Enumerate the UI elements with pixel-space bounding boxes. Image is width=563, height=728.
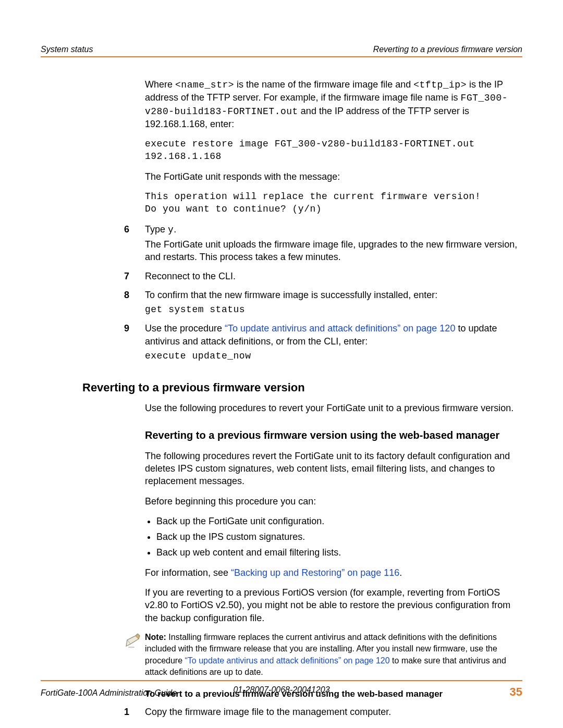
footer: FortiGate-100A Administration Guide 01-2… xyxy=(41,680,522,699)
step-1: 1 Copy the firmware image file to the ma… xyxy=(145,706,522,720)
step-8: 8 To confirm that the new firmware image… xyxy=(145,289,522,318)
heading-revert: Reverting to a previous firmware version xyxy=(82,381,522,394)
note-text: Note: Installing firmware replaces the c… xyxy=(145,632,522,678)
footer-guide-title: FortiGate-100A Administration Guide xyxy=(41,688,177,698)
footer-page-number: 35 xyxy=(510,685,522,699)
bullet-item: Back up web content and email filtering … xyxy=(156,546,522,559)
step-6-line: Type y. xyxy=(145,223,522,236)
bullet-item: Back up the FortiGate unit configuration… xyxy=(156,515,522,527)
link-update-av[interactable]: “To update antivirus and attack definiti… xyxy=(225,323,455,334)
body-column: Where <name_str> is the name of the firm… xyxy=(145,78,522,364)
step-9: 9 Use the procedure “To update antivirus… xyxy=(145,322,522,364)
code-tftp-ip: <tftp_ip> xyxy=(413,80,467,90)
step-1-text: Copy the firmware image file to the mana… xyxy=(145,706,522,718)
page: System status Reverting to a previous fi… xyxy=(0,0,563,728)
step-7-text: Reconnect to the CLI. xyxy=(145,270,522,282)
note-block: Note: Installing firmware replaces the c… xyxy=(145,632,522,678)
running-header: System status Reverting to a previous fi… xyxy=(41,45,522,56)
section-p4: If you are reverting to a previous Forti… xyxy=(145,586,522,624)
bullet-item: Back up the IPS custom signatures. xyxy=(156,530,522,543)
header-right: Reverting to a previous firmware version xyxy=(373,45,522,54)
response-label: The FortiGate unit responds with the mes… xyxy=(145,170,522,183)
cmd-restore-image: execute restore image FGT_300-v280-build… xyxy=(145,138,522,163)
step-8-text: To confirm that the new firmware image i… xyxy=(145,289,522,301)
step-number: 9 xyxy=(124,322,145,364)
section-p1: The following procedures revert the Fort… xyxy=(145,450,522,488)
link-backup-restore[interactable]: “Backing up and Restoring” on page 116 xyxy=(231,567,399,578)
note-icon xyxy=(124,632,145,653)
section-p3: For information, see “Backing up and Res… xyxy=(145,566,522,579)
step-9-text: Use the procedure “To update antivirus a… xyxy=(145,322,522,348)
section-body: Use the following procedures to revert y… xyxy=(145,402,522,720)
step-7: 7 Reconnect to the CLI. xyxy=(145,270,522,285)
heading-revert-web: Reverting to a previous firmware version… xyxy=(145,428,522,442)
step-number: 8 xyxy=(124,289,145,318)
step-9-cmd: execute update_now xyxy=(145,350,522,362)
response-message: This operation will replace the current … xyxy=(145,190,522,216)
backup-bullets: Back up the FortiGate unit configuration… xyxy=(145,515,522,559)
code-name-str: <name_str> xyxy=(175,80,234,90)
step-6-detail: The FortiGate unit uploads the firmware … xyxy=(145,238,522,264)
link-update-av-2[interactable]: “To update antivirus and attack definiti… xyxy=(185,656,390,665)
header-rule xyxy=(41,56,522,57)
step-number: 7 xyxy=(124,270,145,285)
note-label: Note: xyxy=(145,633,166,641)
intro-paragraph: Where <name_str> is the name of the firm… xyxy=(145,78,522,130)
header-left: System status xyxy=(41,45,93,54)
section-intro: Use the following procedures to revert y… xyxy=(145,402,522,414)
step-6: 6 Type y. The FortiGate unit uploads the… xyxy=(145,223,522,266)
footer-rule xyxy=(41,680,522,681)
step-number: 1 xyxy=(124,706,145,720)
section-p2: Before beginning this procedure you can: xyxy=(145,495,522,508)
step-number: 6 xyxy=(124,223,145,266)
step-8-cmd: get system status xyxy=(145,303,522,316)
